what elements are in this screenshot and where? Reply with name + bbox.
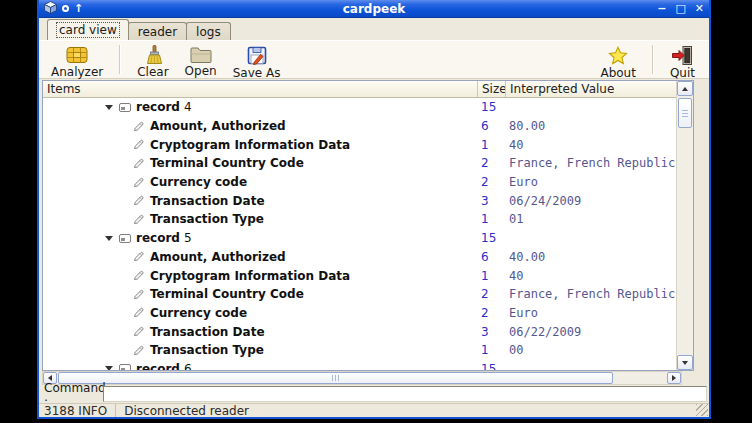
- tree-row[interactable]: record 4 15: [43, 98, 676, 117]
- pencil-icon: [132, 213, 145, 226]
- maximize-icon[interactable]: □: [675, 3, 685, 14]
- item-interpreted-value: 01: [505, 212, 676, 226]
- tab-bar: card view reader logs: [47, 19, 230, 40]
- tree-row[interactable]: record 6 15: [43, 360, 676, 370]
- item-name: Currency code: [150, 306, 247, 320]
- item-size: 1: [477, 138, 505, 152]
- item-size: 2: [477, 156, 505, 170]
- vertical-scrollbar-thumb[interactable]: [678, 98, 692, 128]
- item-interpreted-value: France, French Republic: [505, 287, 676, 301]
- pencil-icon: [132, 269, 145, 282]
- pencil-icon: [132, 157, 145, 170]
- item-size: 1: [477, 212, 505, 226]
- item-name: record: [136, 362, 180, 370]
- record-icon: [119, 103, 131, 112]
- pencil-icon: [132, 138, 145, 151]
- titlebar[interactable]: ↑ cardpeek − □ ✕: [39, 0, 709, 18]
- item-interpreted-value: 80.00: [505, 119, 676, 133]
- clear-button[interactable]: Clear: [129, 42, 176, 77]
- toolbar: Analyzer Clear: [39, 40, 709, 79]
- pencil-icon: [132, 176, 145, 189]
- item-name: Terminal Country Code: [150, 156, 304, 170]
- chip-card-icon: [65, 45, 89, 65]
- tab-logs[interactable]: logs: [186, 22, 231, 40]
- item-name: Transaction Date: [150, 194, 265, 208]
- tree-row[interactable]: Transaction Type 1 01: [43, 210, 676, 229]
- item-name: Terminal Country Code: [150, 287, 304, 301]
- item-interpreted-value: 00: [505, 343, 676, 357]
- item-size: 1: [477, 343, 505, 357]
- vertical-scrollbar[interactable]: [676, 81, 693, 370]
- pencil-icon: [132, 120, 145, 133]
- minimize-icon[interactable]: −: [657, 3, 666, 14]
- command-input[interactable]: [103, 386, 707, 402]
- item-name: Currency code: [150, 175, 247, 189]
- tree-row[interactable]: Amount, Authorized 6 40.00: [43, 248, 676, 267]
- expander-icon[interactable]: [105, 105, 113, 110]
- tree-row[interactable]: Amount, Authorized 6 80.00: [43, 117, 676, 136]
- close-icon[interactable]: ✕: [695, 3, 704, 14]
- pencil-icon: [132, 306, 145, 319]
- tree-row[interactable]: Transaction Date 3 06/22/2009: [43, 322, 676, 341]
- tree-row[interactable]: Terminal Country Code 2 France, French R…: [43, 285, 676, 304]
- triangle-up-icon: [682, 87, 688, 91]
- window-menu-circle-icon[interactable]: [62, 5, 69, 12]
- expander-icon[interactable]: [105, 366, 113, 370]
- item-name: record: [136, 100, 180, 114]
- about-button[interactable]: About: [592, 42, 643, 77]
- cardpeek-window: ↑ cardpeek − □ ✕ card view reader logs: [37, 0, 711, 419]
- window-title: cardpeek: [39, 2, 709, 16]
- item-interpreted-value: Euro: [505, 306, 676, 320]
- tree-row[interactable]: Cryptogram Information Data 1 40: [43, 135, 676, 154]
- save-as-button[interactable]: Save As: [225, 42, 289, 77]
- desktop: ↑ cardpeek − □ ✕ card view reader logs: [0, 0, 752, 423]
- tree-row[interactable]: Terminal Country Code 2 France, French R…: [43, 154, 676, 173]
- item-size: 6: [477, 119, 505, 133]
- item-size: 15: [477, 231, 505, 245]
- scroll-up-button[interactable]: [677, 81, 693, 96]
- item-interpreted-value: Euro: [505, 175, 676, 189]
- tree-row[interactable]: Transaction Type 1 00: [43, 341, 676, 360]
- pencil-icon: [132, 288, 145, 301]
- item-name: Transaction Date: [150, 325, 265, 339]
- tab-reader[interactable]: reader: [128, 22, 187, 40]
- horizontal-scrollbar-trough[interactable]: [57, 372, 667, 384]
- card-tree-view: Items Size Interpreted Value record 4 15…: [42, 80, 694, 371]
- triangle-right-icon: [672, 375, 676, 381]
- broom-icon: [142, 45, 164, 65]
- resize-grip[interactable]: [696, 404, 708, 416]
- column-header-items[interactable]: Items: [43, 81, 477, 97]
- tree-row[interactable]: Cryptogram Information Data 1 40: [43, 266, 676, 285]
- pencil-icon: [132, 344, 145, 357]
- app-cube-icon[interactable]: [44, 0, 57, 18]
- pencil-icon: [132, 250, 145, 263]
- toolbar-separator: [119, 45, 121, 74]
- column-header-interpreted-value[interactable]: Interpreted Value: [505, 81, 676, 97]
- pencil-icon: [132, 194, 145, 207]
- tree-row[interactable]: Transaction Date 3 06/24/2009: [43, 191, 676, 210]
- item-size: 6: [477, 250, 505, 264]
- horizontal-scrollbar[interactable]: [42, 371, 682, 385]
- open-button[interactable]: Open: [177, 42, 225, 77]
- item-size: 15: [477, 100, 505, 114]
- window-shade-arrow-icon[interactable]: ↑: [74, 2, 83, 15]
- status-bar: 3188 INFO Disconnected reader: [39, 403, 709, 417]
- item-name: record: [136, 231, 180, 245]
- tree-row[interactable]: record 5 15: [43, 229, 676, 248]
- scroll-right-button[interactable]: [667, 372, 681, 384]
- tab-card-view[interactable]: card view: [47, 19, 129, 40]
- column-header-size[interactable]: Size: [477, 81, 505, 97]
- tree-rows: record 4 15 Amount, Authorized 6 80.00 C: [43, 98, 676, 370]
- item-name: Transaction Type: [150, 343, 264, 357]
- status-log-id: 3188 INFO: [39, 404, 116, 417]
- tree-row[interactable]: Currency code 2 Euro: [43, 304, 676, 323]
- expander-icon[interactable]: [105, 236, 113, 241]
- tree-row[interactable]: Currency code 2 Euro: [43, 173, 676, 192]
- horizontal-scrollbar-thumb[interactable]: [58, 372, 613, 384]
- quit-button[interactable]: Quit: [662, 42, 703, 77]
- record-icon: [119, 364, 131, 370]
- analyzer-button[interactable]: Analyzer: [43, 42, 111, 77]
- item-interpreted-value: 40.00: [505, 250, 676, 264]
- item-size: 15: [477, 362, 505, 370]
- scroll-down-button[interactable]: [677, 355, 693, 370]
